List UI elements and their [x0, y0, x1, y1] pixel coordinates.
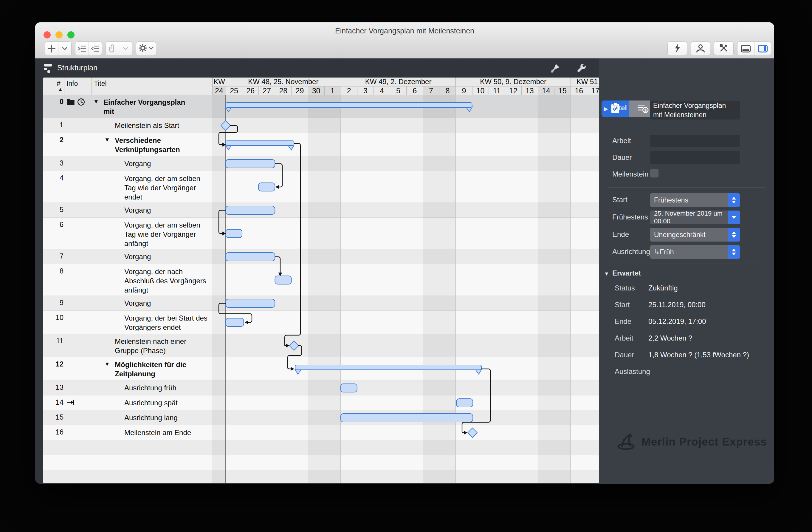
expected-dauer-label: Dauer — [615, 351, 634, 359]
meilenstein-checkbox[interactable] — [650, 169, 659, 178]
ende-select[interactable]: Uneingeschränkt — [650, 228, 740, 242]
attach-menu-icon[interactable] — [119, 42, 132, 56]
task-bar[interactable] — [226, 253, 275, 261]
resources-button[interactable] — [691, 41, 710, 56]
attach-icon[interactable] — [106, 42, 119, 56]
task-bar[interactable] — [341, 414, 473, 422]
weekend-shade — [212, 95, 226, 483]
frühestens-select[interactable]: 25. November 2019 um 00:00 — [650, 211, 740, 224]
indent-buttons[interactable] — [75, 41, 102, 56]
paintbrush-icon[interactable] — [549, 63, 561, 75]
row-number: 0 — [46, 98, 63, 106]
row-title: Vorgang, der am selben Tag wie der Vorgä… — [124, 174, 214, 202]
inspector-panel: $% ▶ Titel Einfacher Vorgangsplan mit Me… — [599, 58, 774, 484]
ausrichtung-select[interactable]: ↳Früh — [650, 245, 740, 259]
folder-icon — [67, 98, 75, 106]
chart-left-border — [212, 77, 212, 95]
expected-auslastung-label: Auslastung — [615, 368, 650, 376]
day-header: 30 — [308, 86, 324, 95]
row-number: 12 — [46, 360, 63, 368]
row-number: 16 — [46, 428, 63, 436]
structure-view-icon — [44, 63, 54, 74]
gantt-chart — [212, 95, 599, 483]
actions-button[interactable] — [667, 41, 687, 56]
dauer-field[interactable] — [650, 151, 741, 164]
chevron-up-icon — [732, 197, 736, 200]
expected-ende-value: 05.12.2019, 17:00 — [648, 317, 706, 326]
day-header: 10 — [472, 86, 489, 95]
task-bar[interactable] — [456, 399, 473, 407]
popup-stepper[interactable] — [728, 245, 740, 259]
day-header: 26 — [242, 86, 259, 95]
layout-toggle-buttons[interactable] — [737, 41, 771, 56]
day-header: 6 — [406, 86, 423, 95]
right-panel-toggle[interactable] — [754, 42, 771, 56]
row-number: 13 — [46, 383, 63, 391]
plan-content: # ▲ Info Titel KW24KW 48, 25. November25… — [43, 77, 599, 483]
title-field[interactable]: Einfacher Vorgangsplan mit Meilensteinen — [650, 100, 740, 120]
actions-icon[interactable] — [673, 43, 681, 54]
day-header: 12 — [505, 86, 521, 95]
bottom-panel-toggle[interactable] — [738, 42, 754, 56]
ausrichtung-label: Ausrichtung — [612, 247, 650, 256]
title-field-label: Titel — [612, 104, 627, 112]
start-select[interactable]: Frühestens — [650, 193, 740, 207]
task-bar[interactable] — [226, 229, 242, 238]
add-menu-icon[interactable] — [58, 42, 71, 56]
outdent-icon[interactable] — [88, 42, 102, 56]
group-bar[interactable] — [295, 365, 481, 370]
task-bar[interactable] — [226, 318, 244, 327]
tools-prefs-button[interactable] — [714, 41, 734, 56]
disclosure-triangle[interactable]: ▼ — [104, 361, 110, 368]
expected-start-label: Start — [615, 301, 630, 309]
group-bar[interactable] — [226, 103, 472, 107]
day-header: 27 — [259, 86, 275, 95]
task-bar[interactable] — [226, 299, 275, 307]
expected-status-label: Status — [615, 284, 635, 292]
expected-dauer-value: 1,8 Wochen ? (1,53 fWochen ?) — [648, 351, 749, 359]
col-info[interactable]: Info — [67, 80, 78, 88]
sort-ascending-icon[interactable]: ▲ — [58, 86, 62, 91]
chevron-down-icon — [732, 201, 736, 203]
attach-button[interactable] — [105, 41, 132, 56]
group-bar[interactable] — [226, 141, 294, 145]
task-bar[interactable] — [226, 206, 275, 214]
expected-start-value: 25.11.2019, 00:00 — [648, 301, 706, 309]
milestone-diamond[interactable] — [289, 341, 299, 350]
task-bar[interactable] — [341, 384, 357, 392]
resources-icon[interactable] — [696, 44, 705, 54]
wrench-icon[interactable] — [575, 62, 587, 75]
svg-text:$: $ — [644, 108, 647, 113]
arbeit-field[interactable] — [650, 134, 741, 147]
gear-icon[interactable] — [138, 44, 147, 54]
popup-stepper[interactable] — [728, 193, 740, 207]
row-title: Meilenstein nach einer Gruppe (Phase) — [115, 337, 204, 355]
disclosure-triangle[interactable]: ▼ — [104, 136, 110, 143]
row-number: 4 — [46, 174, 63, 182]
week-header: KW 51 — [570, 77, 599, 86]
merlin-hat-icon — [617, 433, 636, 451]
header-divider — [64, 77, 64, 95]
cost-icon: $ — [637, 103, 649, 115]
col-title[interactable]: Titel — [94, 80, 107, 88]
add-button[interactable] — [45, 41, 72, 56]
popup-stepper[interactable] — [728, 228, 740, 242]
milestone-diamond[interactable] — [468, 428, 477, 437]
disclosure-triangle[interactable]: ▼ — [93, 98, 99, 105]
tools-prefs-icon[interactable] — [719, 43, 728, 54]
add-icon[interactable] — [45, 42, 58, 56]
day-header: 29 — [291, 86, 308, 95]
week-header: KW 48, 25. November — [226, 77, 341, 86]
combo-button[interactable] — [728, 211, 740, 224]
task-bar[interactable] — [275, 276, 291, 284]
task-bar[interactable] — [226, 160, 275, 168]
task-bar[interactable] — [259, 183, 275, 191]
branding-text: Merlin Project Express — [641, 436, 767, 448]
disclosure-right-icon[interactable]: ▶ — [604, 105, 608, 112]
settings-button[interactable] — [136, 41, 156, 56]
clock-icon — [77, 98, 85, 107]
chevron-up-icon — [732, 231, 736, 234]
chevron-down-icon[interactable] — [148, 46, 154, 51]
indent-icon[interactable] — [75, 42, 88, 56]
disclosure-down-icon[interactable]: ▼ — [604, 271, 609, 277]
